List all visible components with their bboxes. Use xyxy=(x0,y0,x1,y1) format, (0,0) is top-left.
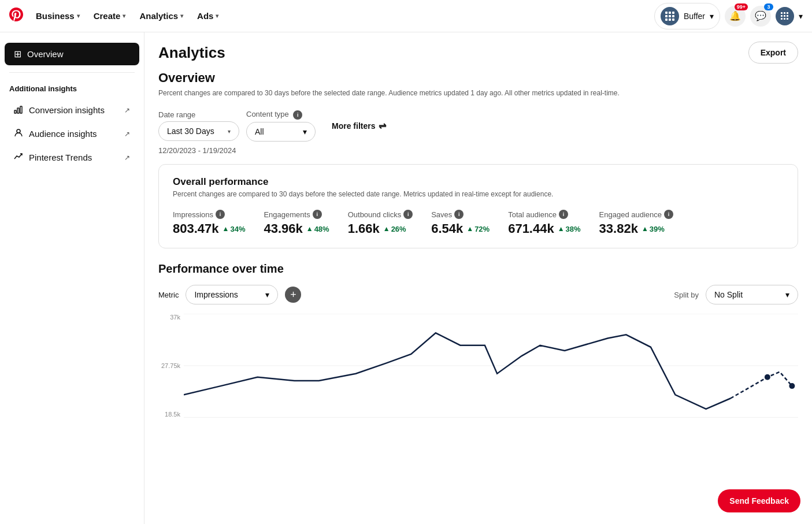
send-feedback-button[interactable]: Send Feedback xyxy=(718,489,800,512)
info-icon[interactable]: i xyxy=(559,210,568,219)
performance-description: Percent changes are compared to 30 days … xyxy=(173,190,784,198)
notifications-badge: 99+ xyxy=(735,3,748,10)
sidebar: ⊞ Overview Additional insights Conversio… xyxy=(0,32,144,524)
avatar xyxy=(661,7,679,25)
conversion-icon xyxy=(14,105,23,116)
overview-description: Percent changes are compared to 30 days … xyxy=(158,88,798,98)
svg-rect-18 xyxy=(14,110,16,113)
split-label: Split by xyxy=(674,291,699,299)
external-link-icon: ↗ xyxy=(124,154,130,162)
filter-icon: ⇌ xyxy=(379,120,386,131)
info-icon[interactable]: i xyxy=(313,210,322,219)
nav-item-analytics[interactable]: Analytics ▾ xyxy=(134,8,189,24)
performance-title: Overall performance xyxy=(173,176,784,188)
export-button[interactable]: Export xyxy=(748,42,798,64)
metric-select[interactable]: Impressions ▾ xyxy=(186,285,278,304)
more-filters-button[interactable]: More filters ⇌ xyxy=(322,116,395,136)
sidebar-item-audience-insights[interactable]: Audience insights ↗ xyxy=(5,122,139,145)
overall-performance-card: Overall performance Percent changes are … xyxy=(158,164,798,248)
svg-rect-1 xyxy=(669,12,671,14)
notifications-wrapper: 🔔 99+ xyxy=(725,6,746,27)
svg-rect-19 xyxy=(17,108,19,113)
metric-engaged-audience: Engaged audience i 33.82k ▲ 39% xyxy=(599,210,673,236)
nav-item-ads[interactable]: Ads ▾ xyxy=(191,8,224,24)
chevron-down-icon: ▾ xyxy=(785,290,789,299)
sidebar-item-label: Overview xyxy=(27,49,64,59)
date-range-select[interactable]: Last 30 Days ▾ xyxy=(158,121,239,141)
date-range-label: Date range xyxy=(158,110,239,119)
svg-rect-3 xyxy=(665,15,668,17)
metric-engagements: Engagements i 43.96k ▲ 48% xyxy=(264,210,329,236)
svg-rect-20 xyxy=(20,106,22,113)
split-by-select[interactable]: No Split ▾ xyxy=(706,285,798,304)
svg-rect-10 xyxy=(784,12,785,14)
chart-y-axis: 37k 27.75k 18.5k xyxy=(158,314,184,418)
info-icon[interactable]: i xyxy=(216,210,225,219)
svg-rect-14 xyxy=(787,15,788,17)
up-arrow-icon: ▲ xyxy=(642,225,648,233)
svg-point-26 xyxy=(789,383,795,389)
content-type-select[interactable]: All ▾ xyxy=(246,122,316,142)
chevron-down-icon[interactable]: ▾ xyxy=(799,12,803,21)
add-metric-button[interactable]: + xyxy=(285,287,301,303)
info-icon[interactable]: i xyxy=(454,210,464,219)
svg-rect-13 xyxy=(784,15,785,17)
external-link-icon: ↗ xyxy=(124,106,130,114)
filters-row: Date range Last 30 Days ▾ Content type i… xyxy=(158,110,798,142)
overview-title: Overview xyxy=(158,70,798,86)
section-title: Performance over time xyxy=(158,262,798,276)
up-arrow-icon: ▲ xyxy=(466,225,473,233)
account-name: Buffer xyxy=(684,12,705,21)
info-icon[interactable]: i xyxy=(664,210,673,219)
chevron-down-icon: ▾ xyxy=(228,128,231,135)
nav-item-business[interactable]: Business ▾ xyxy=(30,8,86,24)
content-inner: Overview Percent changes are compared to… xyxy=(144,70,812,443)
chevron-down-icon: ▾ xyxy=(265,290,269,299)
content-type-label: Content type i xyxy=(246,110,316,120)
sidebar-divider xyxy=(9,72,135,73)
svg-rect-11 xyxy=(787,12,788,14)
poshmark-icon[interactable] xyxy=(776,7,794,25)
more-filters-wrapper: More filters ⇌ xyxy=(322,116,395,136)
metric-outbound-clicks: Outbound clicks i 1.66k ▲ 26% xyxy=(348,210,413,236)
split-value: No Split xyxy=(714,290,743,299)
svg-rect-8 xyxy=(672,18,674,21)
sidebar-item-overview[interactable]: ⊞ Overview xyxy=(5,43,139,65)
svg-rect-4 xyxy=(669,15,671,17)
content-type-group: Content type i All ▾ xyxy=(246,110,316,142)
up-arrow-icon: ▲ xyxy=(558,225,565,233)
metric-value: Impressions xyxy=(194,290,238,299)
svg-rect-5 xyxy=(672,15,674,17)
account-button[interactable]: Buffer ▾ xyxy=(654,3,720,29)
pinterest-logo[interactable] xyxy=(9,8,23,25)
overview-icon: ⊞ xyxy=(14,49,21,60)
sidebar-item-pinterest-trends[interactable]: Pinterest Trends ↗ xyxy=(5,146,139,169)
sidebar-item-conversion-insights[interactable]: Conversion insights ↗ xyxy=(5,99,139,121)
date-range-text: 12/20/2023 - 1/19/2024 xyxy=(158,146,798,155)
info-icon[interactable]: i xyxy=(403,210,413,219)
date-range-group: Date range Last 30 Days ▾ xyxy=(158,110,239,141)
page-header: Analytics Export xyxy=(144,32,812,70)
performance-over-time-section: Performance over time Metric Impressions… xyxy=(158,262,798,429)
nav-item-create[interactable]: Create ▾ xyxy=(88,8,132,24)
svg-rect-12 xyxy=(781,15,783,17)
chevron-down-icon: ▾ xyxy=(123,13,125,19)
messages-wrapper: 💬 3 xyxy=(750,6,771,27)
chart-controls: Metric Impressions ▾ + Split by No Split… xyxy=(158,285,798,304)
chevron-down-icon: ▾ xyxy=(710,12,714,21)
svg-rect-7 xyxy=(669,18,671,21)
chevron-down-icon: ▾ xyxy=(77,13,80,19)
audience-icon xyxy=(14,128,23,139)
info-icon[interactable]: i xyxy=(293,110,302,120)
metric-label: Metric xyxy=(158,291,179,299)
up-arrow-icon: ▲ xyxy=(223,225,229,233)
metric-saves: Saves i 6.54k ▲ 72% xyxy=(431,210,490,236)
sidebar-item-label: Pinterest Trends xyxy=(29,153,92,162)
up-arrow-icon: ▲ xyxy=(383,225,390,233)
chevron-down-icon: ▾ xyxy=(303,127,307,136)
chevron-down-icon: ▾ xyxy=(216,13,218,19)
svg-point-21 xyxy=(17,129,20,133)
metric-impressions: Impressions i 803.47k ▲ 34% xyxy=(173,210,245,236)
top-navigation: Business ▾ Create ▾ Analytics ▾ Ads ▾ xyxy=(0,0,812,32)
main-layout: ⊞ Overview Additional insights Conversio… xyxy=(0,32,812,524)
